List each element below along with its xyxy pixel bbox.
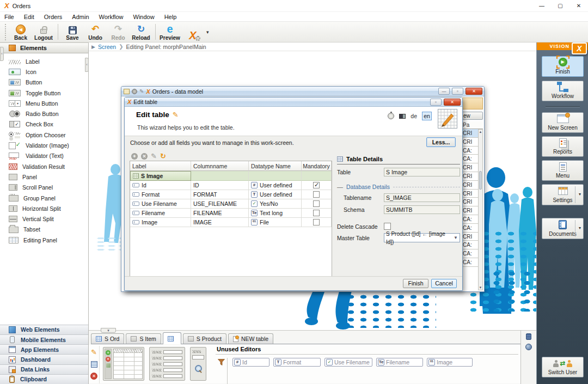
element-vertical-split[interactable]: Vertical Split [0, 214, 88, 224]
accordion-app-elements[interactable]: App Elements [0, 344, 88, 354]
column-header-mandatory[interactable]: Mandatory [302, 161, 332, 171]
editor-field-format[interactable]: TFormat [273, 358, 321, 367]
tab-new-table[interactable]: NEW table [228, 333, 273, 344]
minimize-button[interactable]: — [532, 0, 551, 12]
element-scroll-panel[interactable]: Scroll Panel [0, 182, 88, 193]
mandatory-checkbox[interactable] [313, 182, 320, 188]
element-icon[interactable]: Icon [0, 66, 88, 77]
column-header-columnname[interactable]: Columnname [191, 161, 249, 171]
accordion-data-links[interactable]: Data Links [0, 364, 88, 374]
form-layout-thumbnail[interactable] [149, 347, 185, 381]
filter-column[interactable] [216, 358, 228, 384]
reload-button[interactable]: ↻ Reload [130, 22, 152, 42]
tab-s-product[interactable]: S Product [183, 333, 226, 344]
element-menu-button[interactable]: Menu Button [0, 98, 88, 108]
language-en-button[interactable]: en [422, 112, 432, 120]
list-item[interactable]: CRI [461, 233, 478, 241]
database-details-section[interactable]: — Database Details [337, 184, 460, 190]
element-label[interactable]: Label [0, 56, 88, 66]
edit-pencil-icon[interactable]: ✎ [91, 348, 97, 356]
list-item[interactable]: CA: [461, 258, 478, 267]
flag-icon[interactable] [399, 114, 406, 119]
list-item[interactable]: CA: [461, 215, 478, 224]
reports-button[interactable]: Reports [542, 136, 584, 157]
list-item[interactable]: CA: [461, 224, 478, 233]
element-panel[interactable]: Panel [0, 172, 88, 182]
tab-s-image[interactable] [163, 332, 181, 344]
grid-group-row[interactable]: S Image [130, 171, 332, 181]
history-icon[interactable] [388, 113, 394, 119]
undo-button[interactable]: ↶ Undo [84, 22, 107, 42]
delete-icon[interactable]: ✕ [90, 373, 97, 380]
visionx-menu-button[interactable]: X [181, 22, 204, 42]
switch-user-button[interactable]: ⇄ Switch User [542, 357, 584, 377]
element-button[interactable]: Button [0, 77, 88, 88]
redo-button[interactable]: ↷ Redo [107, 22, 130, 42]
notebook-icon[interactable] [91, 361, 97, 368]
element-check-box[interactable]: Check Box [0, 119, 88, 130]
menu-file[interactable]: File [4, 14, 14, 20]
table-row[interactable]: Use Filename USE_FILENAME ✓Yes/No [130, 199, 332, 209]
finish-button[interactable]: Finish [403, 279, 428, 288]
scroll-down-arrow[interactable]: ▼ [479, 285, 482, 290]
accordion-web-elements[interactable]: Web Elements [0, 325, 88, 334]
schema-value[interactable]: SUMMITB [384, 205, 460, 214]
elements-panel-header[interactable]: Elements [0, 43, 88, 53]
column-header-datatype[interactable]: Datatype Name [249, 161, 302, 171]
finish-screen-button[interactable]: ▶ Finish [542, 56, 584, 77]
database-icon[interactable] [526, 333, 531, 340]
sidebar-collapse-handle[interactable]: ‹ [0, 47, 4, 61]
list-item[interactable]: CRI [461, 163, 478, 172]
list-item[interactable]: CA: [461, 241, 478, 249]
table-row[interactable]: Id ID #User defined [130, 181, 332, 190]
remove-row-button[interactable]: ✕ [141, 153, 148, 160]
globe-icon[interactable] [525, 344, 532, 350]
list-item[interactable]: CRI [461, 172, 478, 181]
sidebar-splitter-handle[interactable]: ‹ [85, 58, 89, 72]
add-row-button[interactable]: + [131, 153, 138, 160]
element-toggle-button[interactable]: Toggle Button [0, 88, 88, 98]
accordion-clipboard[interactable]: Clipboard [0, 374, 88, 384]
list-item[interactable]: CA: [461, 147, 478, 155]
element-group-panel[interactable]: Group Panel [0, 193, 88, 203]
data-model-titlebar[interactable]: ✎ X Orders - data model — ▫ ✕ [121, 87, 484, 96]
list-item[interactable]: CA: [461, 155, 478, 163]
maximize-button[interactable]: ▢ [551, 0, 569, 12]
list-item[interactable]: CRI [461, 138, 478, 147]
close-button[interactable]: ✕ [569, 0, 588, 12]
dialog-titlebar[interactable]: X Edit table ▫ ✕ [125, 97, 462, 107]
editor-field-filename[interactable]: TeFilename [376, 358, 423, 367]
less-button[interactable]: Less... [426, 137, 456, 147]
cancel-button[interactable]: Cancel [431, 279, 457, 288]
table-row[interactable]: Filename FILENAME TeText long [130, 209, 332, 218]
scroll-thumb[interactable] [479, 171, 482, 190]
panel-collapse-handle[interactable]: ▾ [101, 328, 116, 333]
table-row[interactable]: Image IMAGE 01File [130, 218, 332, 227]
accordion-mobile-elements[interactable]: Mobile Elements [0, 334, 88, 344]
mini-doc-icon[interactable] [124, 89, 130, 94]
refresh-button[interactable]: ↻ [160, 152, 166, 160]
collapse-dash-icon[interactable]: — [337, 184, 343, 190]
back-button[interactable]: ◀ Back [9, 22, 32, 42]
element-horizontal-split[interactable]: Horizontal Split [0, 203, 88, 214]
editor-field-use-filename[interactable]: ✓Use Filename [324, 358, 372, 367]
new-screen-button[interactable]: New Screen [542, 112, 584, 133]
delete-cascade-checkbox[interactable] [384, 223, 391, 230]
menu-window[interactable]: Window [133, 14, 155, 20]
logout-button[interactable]: Logout [32, 22, 55, 42]
element-option-chooser[interactable]: Option Chooser [0, 130, 88, 140]
preview-button[interactable]: e Preview [158, 22, 181, 42]
mini-pencil-icon[interactable]: ✎ [139, 89, 144, 94]
list-item[interactable]: CRI [461, 198, 478, 206]
mandatory-checkbox[interactable] [313, 200, 320, 207]
tablename-value[interactable]: S_IMAGE [384, 193, 460, 202]
visionx-badge[interactable]: X [572, 42, 587, 54]
data-model-new-button[interactable]: ew [461, 112, 483, 120]
dialog-close-button[interactable]: ✕ [444, 99, 461, 106]
menu-workflow[interactable]: Workflow [99, 14, 124, 20]
list-item[interactable]: CRI [461, 206, 478, 215]
menu-orders[interactable]: Orders [44, 14, 63, 20]
data-model-maximize-button[interactable]: ▫ [452, 88, 463, 95]
mandatory-checkbox[interactable] [313, 210, 320, 216]
scroll-up-arrow[interactable]: ▲ [479, 130, 482, 134]
